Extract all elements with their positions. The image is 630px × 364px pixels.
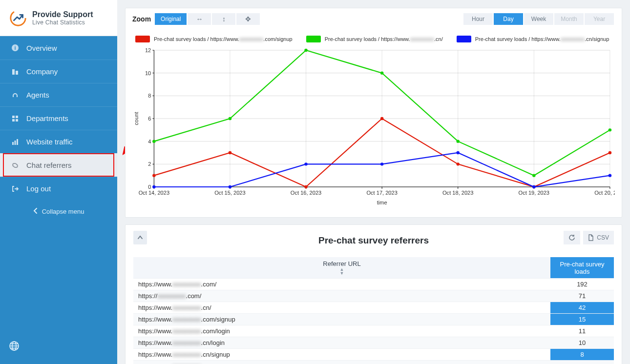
logo-subtitle: Live Chat Statistics — [32, 19, 93, 26]
cell-loads: 11 — [550, 325, 614, 337]
sidebar-item-referrers[interactable]: Chat referrers — [0, 153, 117, 177]
svg-rect-8 — [16, 119, 18, 121]
svg-point-66 — [457, 162, 460, 165]
svg-rect-5 — [12, 116, 15, 118]
sidebar-item-overview[interactable]: iOverview — [0, 36, 117, 60]
sidebar-item-label: Agents — [26, 91, 49, 99]
agents-icon — [10, 91, 21, 99]
svg-text:time: time — [377, 200, 387, 205]
time-day-button[interactable]: Day — [494, 13, 523, 25]
time-month-button: Month — [554, 13, 584, 25]
svg-text:6: 6 — [148, 116, 151, 121]
sidebar-item-company[interactable]: Company — [0, 60, 117, 83]
sidebar-item-label: Website traffic — [26, 138, 72, 146]
sidebar-item-label: Company — [26, 67, 58, 76]
svg-text:Oct 20, 2023: Oct 20, 2023 — [594, 190, 615, 196]
legend-item-1[interactable]: Pre-chat survey loads / https://www.xxxx… — [306, 36, 443, 42]
svg-point-82 — [609, 174, 611, 177]
cell-url: https://www.xxxxxxxxx.com/login — [133, 325, 550, 337]
collapse-label: Collapse menu — [42, 208, 84, 215]
svg-point-73 — [457, 140, 460, 142]
table-row[interactable]: https://www.xxxxxxxxx.cn/signup8 — [133, 349, 614, 361]
svg-point-75 — [609, 128, 611, 131]
cell-url: https://www.xxxxxxxxx.cn/ — [133, 302, 550, 314]
referrers-icon — [10, 162, 21, 169]
sort-icon: ▲▼ — [138, 267, 546, 275]
sidebar-item-label: Log out — [26, 184, 51, 193]
cell-url: https://www.xxxxxxxxx.com/signup — [133, 314, 550, 325]
svg-text:Oct 19, 2023: Oct 19, 2023 — [519, 190, 549, 196]
sidebar-item-logout[interactable]: Log out — [0, 177, 117, 200]
collapse-menu[interactable]: Collapse menu — [0, 200, 117, 222]
legend-item-0[interactable]: Pre-chat survey loads / https://www.xxxx… — [135, 36, 293, 42]
table-row[interactable]: https://www.xxxxxxxxx.com/login11 — [133, 325, 614, 337]
legend-swatch — [457, 36, 471, 42]
svg-point-69 — [152, 140, 155, 142]
sidebar-item-label: Departments — [26, 114, 68, 122]
time-week-button[interactable]: Week — [524, 13, 553, 25]
cell-loads: 71 — [550, 290, 614, 302]
referrers-table: Referrer URL ▲▼ Pre-chat survey loads ht… — [133, 257, 614, 364]
sidebar: Provide Support Live Chat Statistics iOv… — [0, 0, 117, 364]
svg-text:Oct 16, 2023: Oct 16, 2023 — [291, 190, 321, 196]
svg-rect-9 — [12, 142, 14, 145]
overview-icon: i — [10, 44, 21, 52]
svg-text:2: 2 — [148, 161, 151, 167]
company-icon — [10, 68, 21, 76]
export-csv-button[interactable]: CSV — [583, 231, 614, 244]
logo-icon — [9, 9, 27, 27]
table-row[interactable]: https://www.xxxxxxxxx.com/signup15 — [133, 314, 614, 325]
svg-point-81 — [532, 185, 535, 188]
sidebar-item-label: Overview — [26, 44, 57, 52]
legend-label: Pre-chat survey loads / https://www.xxxx… — [154, 36, 293, 42]
col-header-url[interactable]: Referrer URL ▲▼ — [133, 257, 550, 279]
svg-point-63 — [229, 151, 231, 154]
svg-point-68 — [609, 151, 611, 154]
svg-text:8: 8 — [148, 93, 151, 99]
logo: Provide Support Live Chat Statistics — [0, 0, 117, 36]
svg-point-71 — [304, 49, 307, 52]
sidebar-item-traffic[interactable]: Website traffic — [0, 130, 117, 153]
legend-item-2[interactable]: Pre-chat survey loads / https://www.xxxx… — [457, 36, 609, 42]
svg-rect-7 — [12, 119, 15, 121]
zoom-vertical-icon[interactable]: ↕ — [212, 13, 235, 25]
svg-point-78 — [304, 162, 307, 165]
legend-swatch — [135, 36, 150, 42]
time-hour-button[interactable]: Hour — [463, 13, 493, 25]
refresh-button[interactable] — [564, 231, 580, 244]
sidebar-item-label: Chat referrers — [26, 161, 72, 169]
table-row[interactable]: https://xxxxxxxxx.com/71 — [133, 290, 614, 302]
svg-text:Oct 17, 2023: Oct 17, 2023 — [366, 190, 397, 196]
zoom-move-icon[interactable]: ✥ — [236, 13, 260, 25]
table-panel: CSV Pre-chat survey referrers Referrer U… — [125, 224, 622, 364]
svg-point-77 — [229, 185, 231, 188]
zoom-original-button[interactable]: Original — [155, 13, 187, 25]
table-row[interactable]: https://www.xxxxxxxxx.com.pt/7 — [133, 361, 614, 364]
cell-loads: 10 — [550, 337, 614, 349]
svg-point-72 — [380, 71, 383, 74]
globe-icon[interactable] — [9, 341, 20, 354]
col-header-loads[interactable]: Pre-chat survey loads — [550, 257, 614, 279]
svg-point-76 — [152, 185, 155, 188]
refresh-icon — [568, 234, 575, 241]
logo-title: Provide Support — [32, 10, 93, 19]
svg-point-64 — [304, 185, 307, 188]
sidebar-item-departments[interactable]: Departments — [0, 106, 117, 130]
cell-url: https://www.xxxxxxxxx.cn/login — [133, 337, 550, 349]
collapse-table-button[interactable] — [133, 231, 147, 244]
zoom-horizontal-icon[interactable]: ↔ — [188, 13, 211, 25]
table-row[interactable]: https://www.xxxxxxxxx.com/192 — [133, 279, 614, 290]
table-row[interactable]: https://www.xxxxxxxxx.cn/42 — [133, 302, 614, 314]
table-row[interactable]: https://www.xxxxxxxxx.cn/login10 — [133, 337, 614, 349]
svg-rect-6 — [16, 116, 18, 118]
legend-swatch — [306, 36, 321, 42]
cell-url: https://www.xxxxxxxxx.com/ — [133, 279, 550, 290]
svg-text:i: i — [14, 45, 16, 51]
svg-point-74 — [532, 174, 535, 177]
chevron-left-icon — [33, 207, 38, 216]
svg-rect-4 — [16, 71, 18, 75]
svg-point-62 — [152, 174, 155, 177]
sidebar-item-agents[interactable]: Agents — [0, 83, 117, 106]
departments-icon — [10, 115, 21, 122]
svg-rect-10 — [15, 141, 16, 145]
